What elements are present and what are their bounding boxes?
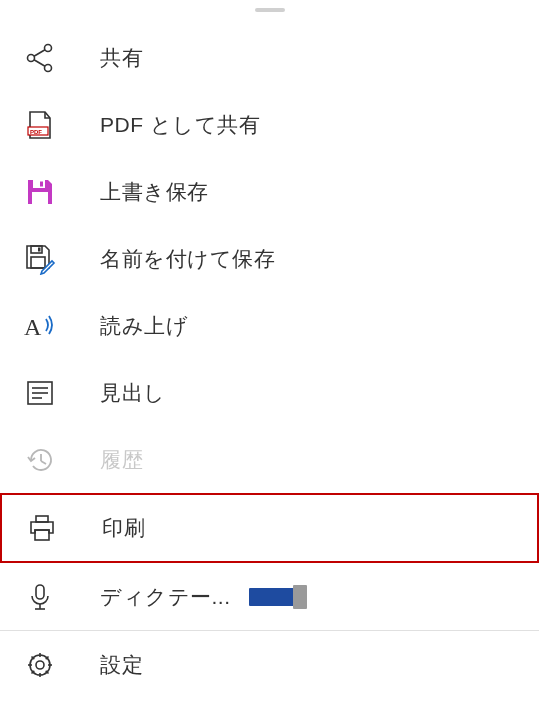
menu-item-share-pdf[interactable]: PDF PDF として共有 xyxy=(0,91,539,158)
svg-rect-22 xyxy=(36,585,44,599)
svg-text:A: A xyxy=(24,314,42,340)
menu-item-share[interactable]: 共有 xyxy=(0,24,539,91)
headings-icon xyxy=(22,375,58,411)
microphone-icon xyxy=(22,579,58,615)
svg-point-25 xyxy=(36,661,44,669)
menu-list: 共有 PDF PDF として共有 上書き保存 xyxy=(0,24,539,698)
menu-item-label: 履歴 xyxy=(100,446,143,474)
svg-line-4 xyxy=(34,59,45,65)
menu-item-settings[interactable]: 設定 xyxy=(0,631,539,698)
svg-rect-9 xyxy=(32,192,48,204)
svg-point-2 xyxy=(45,64,52,71)
svg-rect-7 xyxy=(33,180,45,188)
menu-item-history: 履歴 xyxy=(0,426,539,493)
menu-item-print[interactable]: 印刷 xyxy=(0,493,539,563)
svg-line-19 xyxy=(41,461,46,464)
svg-text:PDF: PDF xyxy=(30,128,42,134)
pdf-icon: PDF xyxy=(22,107,58,143)
print-icon xyxy=(24,510,60,546)
svg-line-3 xyxy=(34,49,45,55)
svg-rect-21 xyxy=(35,530,49,540)
read-aloud-icon: A xyxy=(22,308,58,344)
svg-point-0 xyxy=(45,44,52,51)
gear-icon xyxy=(22,647,58,683)
svg-point-1 xyxy=(28,54,35,61)
menu-item-label: ディクテー... xyxy=(100,583,231,611)
menu-item-label: 見出し xyxy=(100,379,166,407)
menu-item-dictation[interactable]: ディクテー... xyxy=(0,563,539,630)
drag-handle[interactable] xyxy=(255,8,285,12)
menu-item-label: 設定 xyxy=(100,651,143,679)
svg-rect-20 xyxy=(36,516,48,522)
menu-item-label: 上書き保存 xyxy=(100,178,209,206)
svg-point-26 xyxy=(30,655,50,675)
svg-rect-8 xyxy=(40,181,43,186)
menu-item-label: 読み上げ xyxy=(100,312,188,340)
share-icon xyxy=(22,40,58,76)
dictation-toggle[interactable] xyxy=(249,588,303,606)
menu-item-label: 共有 xyxy=(100,44,143,72)
save-icon xyxy=(22,174,58,210)
history-icon xyxy=(22,442,58,478)
menu-item-headings[interactable]: 見出し xyxy=(0,359,539,426)
svg-rect-11 xyxy=(38,247,41,251)
menu-item-label: 名前を付けて保存 xyxy=(100,245,275,273)
menu-item-save[interactable]: 上書き保存 xyxy=(0,158,539,225)
svg-rect-12 xyxy=(31,257,45,268)
save-as-icon xyxy=(22,241,58,277)
menu-item-label: 印刷 xyxy=(102,514,145,542)
menu-item-save-as[interactable]: 名前を付けて保存 xyxy=(0,225,539,292)
menu-item-label: PDF として共有 xyxy=(100,111,260,139)
menu-item-read-aloud[interactable]: A 読み上げ xyxy=(0,292,539,359)
